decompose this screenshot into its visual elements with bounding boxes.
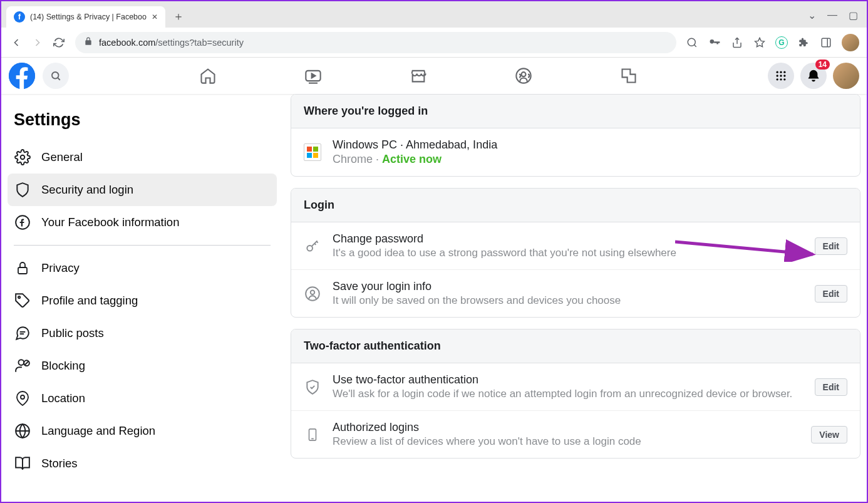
card-logged-in: Where you're logged in Windows PC · Ahme… [291,94,860,177]
book-icon [14,455,31,472]
gear-icon [14,148,31,166]
svg-point-19 [783,78,785,80]
svg-point-9 [516,68,530,83]
view-authorized-button[interactable]: View [811,426,847,443]
svg-point-23 [18,296,20,298]
sidebar-item-language[interactable]: Language and Region [8,415,277,447]
row-use-tfa: Use two-factor authentication We'll ask … [291,363,860,411]
sidebar-title: Settings [8,106,277,141]
svg-marker-1 [755,38,765,46]
minimize-icon[interactable]: — [827,9,837,21]
svg-point-34 [311,290,315,294]
svg-point-26 [19,360,24,365]
tag-icon [14,292,31,309]
close-tab-icon[interactable]: ✕ [152,13,158,21]
comment-icon [14,324,31,342]
edit-tfa-button[interactable]: Edit [815,378,847,396]
sidebar-item-general[interactable]: General [8,141,277,174]
fb-tab-gaming[interactable] [595,58,663,93]
sidebar-item-public-posts[interactable]: Public posts [8,317,277,350]
card-header-logged-in: Where you're logged in [291,95,860,128]
windows-icon [304,143,321,161]
sidebar-item-security[interactable]: Security and login [8,174,277,206]
tab-title: (14) Settings & Privacy | Faceboo [30,13,147,21]
block-icon [14,357,31,375]
location-icon [14,390,31,407]
user-icon [304,285,321,303]
svg-point-5 [52,72,59,79]
sidebar-item-location[interactable]: Location [8,382,277,415]
fb-tab-groups[interactable] [490,58,557,93]
svg-point-20 [21,155,25,160]
fb-logo[interactable] [9,63,35,89]
row-change-password: Change password It's a good idea to use … [291,222,860,270]
address-bar[interactable]: facebook.com/settings?tab=security [75,32,676,53]
maximize-icon[interactable]: ▢ [849,9,858,21]
grammarly-icon[interactable]: G [775,36,788,49]
main-content: Where you're logged in Windows PC · Ahme… [283,94,867,502]
settings-sidebar: Settings General Security and login Your… [1,94,283,502]
svg-marker-7 [312,74,316,78]
lock-icon [84,37,93,48]
edit-save-login-button[interactable]: Edit [815,285,847,303]
fb-profile-avatar[interactable] [833,63,859,89]
card-header-login: Login [291,189,860,222]
reload-button[interactable] [51,35,66,50]
sidebar-item-privacy[interactable]: Privacy [8,252,277,284]
svg-point-16 [783,75,785,76]
svg-point-33 [306,287,319,301]
chevron-down-icon[interactable]: ⌄ [808,9,816,21]
sidebar-item-blocking[interactable]: Blocking [8,350,277,382]
sidebar-item-stories[interactable]: Stories [8,447,277,480]
card-login: Login Change password It's a good idea t… [291,188,860,318]
svg-point-32 [307,245,313,251]
sidebar-item-info[interactable]: Your Facebook information [8,206,277,239]
search-icon[interactable] [685,36,699,49]
key-icon[interactable] [708,36,721,49]
svg-point-13 [783,71,785,73]
sidebar-item-profile-tagging[interactable]: Profile and tagging [8,284,277,317]
card-header-tfa: Two-factor authentication [291,329,860,363]
share-icon[interactable] [730,36,744,49]
row-save-login: Save your login info It will only be sav… [291,270,860,317]
svg-point-18 [780,78,782,80]
tab-bar: f (14) Settings & Privacy | Faceboo ✕ ＋ … [1,1,867,28]
url-text: facebook.com/settings?tab=security [99,38,244,48]
globe-icon [14,422,31,440]
edit-password-button[interactable]: Edit [815,237,847,255]
fb-menu-button[interactable] [768,63,794,89]
shield-icon [14,181,31,199]
key-icon [304,237,321,255]
back-button[interactable] [9,35,24,50]
svg-point-10 [522,72,526,76]
svg-point-12 [780,71,782,73]
chrome-profile-avatar[interactable] [842,34,859,51]
fb-tab-watch[interactable] [279,58,347,93]
svg-point-15 [780,75,782,76]
divider [14,245,271,246]
svg-point-29 [21,395,24,399]
row-authorized: Authorized logins Review a list of devic… [291,411,860,458]
svg-line-28 [24,361,28,365]
lock-icon [14,259,31,277]
svg-point-0 [688,38,695,46]
side-panel-icon[interactable] [819,36,833,49]
fb-tab-marketplace[interactable] [385,58,452,93]
logged-in-row[interactable]: Windows PC · Ahmedabad, India Chrome · A… [291,128,860,176]
shield-check-icon [304,378,321,396]
fb-search-button[interactable] [43,63,69,89]
fb-notifications-button[interactable]: 14 [800,63,827,89]
notification-badge: 14 [815,60,830,70]
facebook-circle-icon [14,214,31,231]
facebook-favicon: f [14,11,25,23]
browser-tab[interactable]: f (14) Settings & Privacy | Faceboo ✕ [6,6,165,28]
card-tfa: Two-factor authentication Use two-factor… [291,329,860,459]
new-tab-button[interactable]: ＋ [173,9,184,24]
star-icon[interactable] [753,36,767,49]
phone-icon [304,426,321,443]
forward-button[interactable] [30,35,45,50]
fb-tab-home[interactable] [174,58,242,93]
device-location: Windows PC · Ahmedabad, India [333,138,847,152]
extensions-icon[interactable] [797,36,810,49]
svg-point-17 [777,78,778,80]
